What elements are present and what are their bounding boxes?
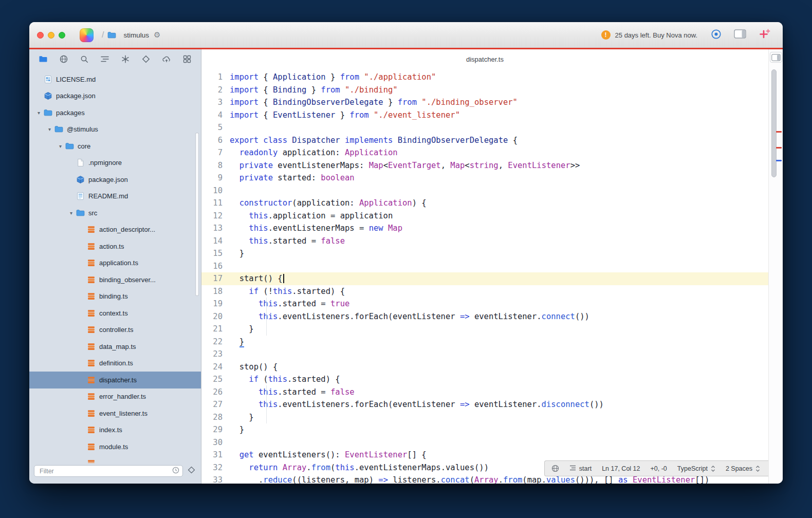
line-number: 3 bbox=[201, 96, 230, 109]
code-line[interactable]: 25 if (this.started) { bbox=[201, 373, 768, 386]
code-line[interactable]: 8 private eventListenerMaps: Map<EventTa… bbox=[201, 159, 768, 172]
search-icon[interactable] bbox=[79, 53, 90, 65]
code-line[interactable]: 13 this.eventListenerMaps = new Map bbox=[201, 222, 768, 235]
cursor-position[interactable]: Ln 17, Col 12 bbox=[602, 465, 640, 472]
code-line[interactable]: 27 this.eventListeners.forEach(eventList… bbox=[201, 398, 768, 411]
clock-icon[interactable] bbox=[172, 466, 180, 476]
disclosure-triangle-icon[interactable]: ▾ bbox=[45, 126, 54, 132]
line-number: 18 bbox=[201, 285, 230, 298]
files-icon[interactable] bbox=[38, 53, 49, 65]
tree-file-row[interactable]: action_descriptor... bbox=[29, 221, 201, 238]
current-code-line[interactable]: 17 start() { bbox=[201, 272, 768, 285]
minimize-button[interactable] bbox=[48, 32, 54, 39]
code-line[interactable]: 26 this.started = false bbox=[201, 386, 768, 399]
filter-options-diamond-icon[interactable] bbox=[187, 466, 196, 476]
editor-header: dispatcher.ts bbox=[201, 49, 768, 69]
disclosure-triangle-icon[interactable]: ▾ bbox=[56, 143, 65, 149]
tree-file-row[interactable]: module.ts bbox=[29, 438, 201, 455]
code-line[interactable]: 4import { EventListener } from "./event_… bbox=[201, 109, 768, 122]
sidebar-scrollbar-thumb[interactable] bbox=[195, 133, 199, 296]
filter-input[interactable] bbox=[39, 467, 172, 475]
trial-notice[interactable]: ! 25 days left. Buy Nova now. bbox=[601, 30, 697, 40]
disclosure-triangle-icon[interactable]: ▾ bbox=[34, 110, 44, 116]
language-label: TypeScript bbox=[677, 465, 708, 472]
code-line[interactable]: 29 } bbox=[201, 423, 768, 436]
right-panel-toggle-button[interactable] bbox=[770, 52, 782, 63]
grid-icon[interactable] bbox=[181, 53, 193, 65]
new-item-plus-icon[interactable] bbox=[759, 28, 770, 42]
code-line[interactable]: 28 } bbox=[201, 411, 768, 424]
tree-file-row[interactable]: LICENSE.md bbox=[29, 71, 201, 88]
tree-file-row[interactable]: binding_observer... bbox=[29, 271, 201, 288]
tree-file-row[interactable]: context.ts bbox=[29, 305, 201, 322]
code-line[interactable]: 22 } bbox=[201, 336, 768, 348]
tree-file-row[interactable]: package.json bbox=[29, 171, 201, 188]
code-line[interactable]: 31 get eventListeners(): EventListener[]… bbox=[201, 449, 768, 461]
code-line[interactable]: 11 constructor(application: Application)… bbox=[201, 197, 768, 210]
code-line[interactable]: 1import { Application } from "./applicat… bbox=[201, 71, 768, 84]
code-line[interactable]: 5 bbox=[201, 121, 768, 134]
tree-file-row[interactable]: package.json bbox=[29, 88, 201, 105]
indentation-selector[interactable]: 2 Spaces bbox=[726, 465, 760, 472]
tree-folder-row[interactable]: ▾@stimulus bbox=[29, 121, 201, 138]
code-line[interactable]: 3import { BindingObserverDelegate } from… bbox=[201, 96, 768, 109]
code-line[interactable]: 18 if (!this.started) { bbox=[201, 285, 768, 298]
tree-folder-row[interactable]: ▾src bbox=[29, 205, 201, 221]
code-line[interactable]: 7 readonly application: Application bbox=[201, 146, 768, 159]
line-number: 5 bbox=[201, 121, 230, 134]
code-line[interactable]: 14 this.started = false bbox=[201, 235, 768, 248]
tree-file-row[interactable]: application.ts bbox=[29, 255, 201, 272]
zoom-button[interactable] bbox=[59, 32, 65, 39]
code-line[interactable]: 12 this.application = application bbox=[201, 210, 768, 223]
project-name: stimulus bbox=[123, 31, 149, 39]
tree-file-row[interactable]: event_listener.ts bbox=[29, 405, 201, 422]
code-line[interactable]: 6export class Dispatcher implements Bind… bbox=[201, 134, 768, 147]
tree-file-row[interactable]: README.md bbox=[29, 188, 201, 205]
language-selector[interactable]: TypeScript bbox=[677, 465, 715, 472]
globe-icon[interactable] bbox=[58, 53, 69, 65]
ts-file-icon bbox=[87, 225, 96, 234]
code-line[interactable]: 2import { Binding } from "./binding" bbox=[201, 84, 768, 97]
tree-file-row[interactable]: binding.ts bbox=[29, 288, 201, 305]
editor-scrollbar-track[interactable] bbox=[768, 49, 783, 484]
asterisk-icon[interactable] bbox=[120, 53, 131, 65]
panel-layout-icon[interactable] bbox=[734, 29, 746, 41]
code-editor[interactable]: 1import { Application } from "./applicat… bbox=[201, 69, 768, 484]
tree-file-row[interactable]: index.ts bbox=[29, 422, 201, 439]
current-symbol[interactable]: start bbox=[569, 465, 592, 472]
gear-icon[interactable]: ⚙ bbox=[154, 30, 160, 40]
code-line[interactable]: 23 bbox=[201, 348, 768, 361]
tree-file-row[interactable]: definition.ts bbox=[29, 355, 201, 372]
tree-file-row[interactable]: controller.ts bbox=[29, 322, 201, 339]
editor-pane: dispatcher.ts 1import { Application } fr… bbox=[201, 49, 768, 484]
code-line[interactable]: 15 } bbox=[201, 247, 768, 260]
tree-file-row[interactable] bbox=[29, 455, 201, 464]
tree-file-row[interactable]: error_handler.ts bbox=[29, 388, 201, 405]
status-globe-icon[interactable] bbox=[551, 465, 559, 472]
preview-eye-icon[interactable] bbox=[711, 29, 722, 42]
code-line[interactable]: 16 bbox=[201, 260, 768, 273]
outline-icon[interactable] bbox=[99, 53, 110, 65]
code-line[interactable]: 10 bbox=[201, 184, 768, 197]
editor-tab-title[interactable]: dispatcher.ts bbox=[466, 55, 504, 63]
cloud-upload-icon[interactable] bbox=[161, 53, 172, 65]
tree-file-row[interactable]: action.ts bbox=[29, 238, 201, 255]
tree-file-row[interactable]: dispatcher.ts bbox=[29, 372, 201, 388]
tree-file-row[interactable]: data_map.ts bbox=[29, 338, 201, 355]
tree-folder-row[interactable]: ▾packages bbox=[29, 104, 201, 121]
close-button[interactable] bbox=[37, 32, 44, 39]
code-line[interactable]: 24 stop() { bbox=[201, 361, 768, 374]
sidebar-right-icon bbox=[771, 54, 781, 61]
tree-file-row[interactable]: .npmignore bbox=[29, 155, 201, 172]
code-line[interactable]: 19 this.started = true bbox=[201, 298, 768, 310]
project-breadcrumb[interactable]: / stimulus ⚙ bbox=[102, 30, 160, 40]
code-line[interactable]: 9 private started: boolean bbox=[201, 172, 768, 184]
code-line[interactable]: 21 } bbox=[201, 323, 768, 336]
disclosure-triangle-icon[interactable]: ▾ bbox=[66, 210, 76, 216]
file-name: controller.ts bbox=[99, 326, 133, 334]
tree-folder-row[interactable]: ▾core bbox=[29, 138, 201, 155]
diamond-icon[interactable] bbox=[140, 53, 152, 65]
code-line[interactable]: 30 bbox=[201, 436, 768, 449]
window-titlebar[interactable]: / stimulus ⚙ ! 25 days left. Buy Nova no… bbox=[29, 22, 783, 48]
code-line[interactable]: 20 this.eventListeners.forEach(eventList… bbox=[201, 310, 768, 323]
